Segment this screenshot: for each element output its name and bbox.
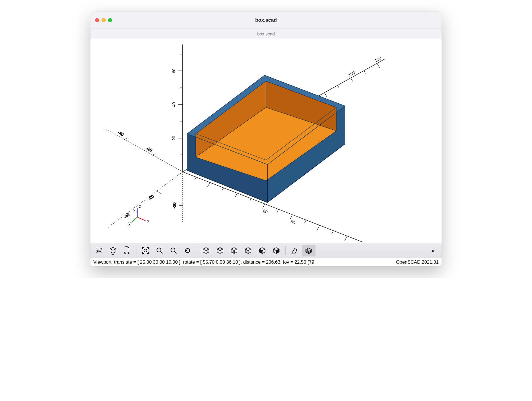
toolbar-separator (197, 246, 197, 255)
svg-line-29 (325, 93, 327, 97)
svg-line-22 (222, 188, 224, 191)
preview-icon[interactable] (92, 245, 106, 256)
y-tick-100: 100 (347, 70, 356, 78)
zoom-in-icon[interactable] (153, 245, 166, 256)
toolbar-overflow-icon[interactable]: » (426, 245, 440, 256)
stl-label: STL (124, 251, 130, 255)
svg-line-35 (364, 71, 365, 73)
viewport-status-text: Viewport: translate = [ 25.00 30.00 10.0… (93, 260, 314, 265)
tab-bar: box.scad (90, 29, 442, 39)
x-tick-60: 60 (262, 208, 269, 215)
app-window: box.scad box.scad (90, 12, 442, 266)
export-stl-icon[interactable]: STL (120, 245, 134, 256)
legend-z: z (139, 204, 141, 209)
z-tick-60: 60 (171, 68, 176, 73)
view-right-icon[interactable] (199, 245, 213, 256)
x-pos-labels: 60 80 (262, 208, 296, 225)
view-back-icon[interactable] (270, 245, 283, 256)
z-tick-40: 40 (171, 102, 176, 107)
svg-line-14 (124, 138, 128, 140)
toolbar-separator (285, 246, 286, 255)
reset-view-icon[interactable] (181, 245, 194, 256)
viewport-3d[interactable]: 20 40 60 -20 -40 (90, 39, 442, 243)
svg-line-58 (160, 251, 162, 253)
svg-line-18 (290, 215, 292, 219)
orthographic-icon[interactable] (302, 245, 315, 256)
overflow-chevrons: » (431, 247, 435, 254)
minimize-window-button[interactable] (102, 18, 106, 22)
svg-line-15 (207, 183, 210, 187)
axis-negative (104, 128, 183, 227)
svg-point-64 (234, 251, 235, 253)
svg-line-62 (174, 251, 176, 253)
window-controls (95, 18, 112, 22)
y-neg-ticks: -20 -40 (123, 191, 161, 220)
tab-filename[interactable]: box.scad (257, 31, 275, 36)
view-top-icon[interactable] (213, 245, 227, 256)
svg-line-25 (305, 220, 306, 223)
svg-line-17 (262, 204, 265, 208)
svg-line-13 (152, 154, 155, 155)
legend-x: x (147, 219, 149, 223)
svg-line-20 (345, 236, 347, 241)
svg-line-31 (377, 64, 380, 68)
legend-y: y (128, 221, 131, 226)
svg-point-55 (96, 248, 102, 251)
xneg-20: -20 (146, 146, 153, 153)
svg-line-0 (104, 128, 183, 172)
svg-line-37 (133, 209, 136, 212)
perspective-icon[interactable] (288, 245, 301, 256)
svg-line-21 (195, 177, 196, 180)
status-bar: Viewport: translate = [ 25.00 30.00 10.0… (90, 258, 442, 266)
yneg-40: -40 (123, 212, 131, 220)
zoom-out-icon[interactable] (167, 245, 180, 256)
view-all-icon[interactable] (139, 245, 152, 256)
app-version-text: OpenSCAD 2021.01 (396, 260, 439, 265)
svg-line-1 (108, 172, 183, 227)
view-toolbar: STL (90, 243, 442, 258)
toolbar-separator (136, 246, 136, 255)
svg-line-16 (235, 193, 237, 198)
x-tick-80: 80 (290, 219, 296, 225)
z-neg-ticks: -20 (172, 203, 183, 208)
zneg-20: -20 (172, 203, 177, 208)
render-icon[interactable] (106, 245, 120, 256)
maximize-window-button[interactable] (108, 18, 112, 22)
view-left-icon[interactable] (241, 245, 255, 256)
z-axis-ticks: 20 40 60 (171, 54, 183, 155)
titlebar: box.scad (90, 12, 442, 29)
x-neg-ticks: -20 -40 (117, 130, 155, 155)
svg-line-36 (157, 191, 161, 193)
svg-line-30 (351, 78, 353, 82)
view-bottom-icon[interactable] (227, 245, 241, 256)
svg-point-56 (144, 249, 147, 252)
z-tick-20: 20 (171, 136, 176, 140)
viewport-canvas: 20 40 60 -20 -40 (90, 39, 442, 243)
svg-line-24 (277, 209, 279, 212)
svg-line-34 (338, 85, 339, 88)
svg-line-52 (137, 217, 145, 221)
svg-line-53 (131, 217, 137, 222)
axis-legend: x y z (128, 204, 149, 226)
y-pos-labels: 100 120 (347, 56, 382, 78)
svg-line-23 (250, 199, 251, 201)
close-window-button[interactable] (95, 18, 99, 22)
yneg-20: -20 (147, 194, 155, 201)
window-title: box.scad (90, 17, 442, 23)
y-tick-120: 120 (374, 56, 382, 63)
svg-line-19 (317, 225, 320, 230)
view-front-icon[interactable] (255, 245, 269, 256)
svg-line-26 (332, 231, 333, 234)
